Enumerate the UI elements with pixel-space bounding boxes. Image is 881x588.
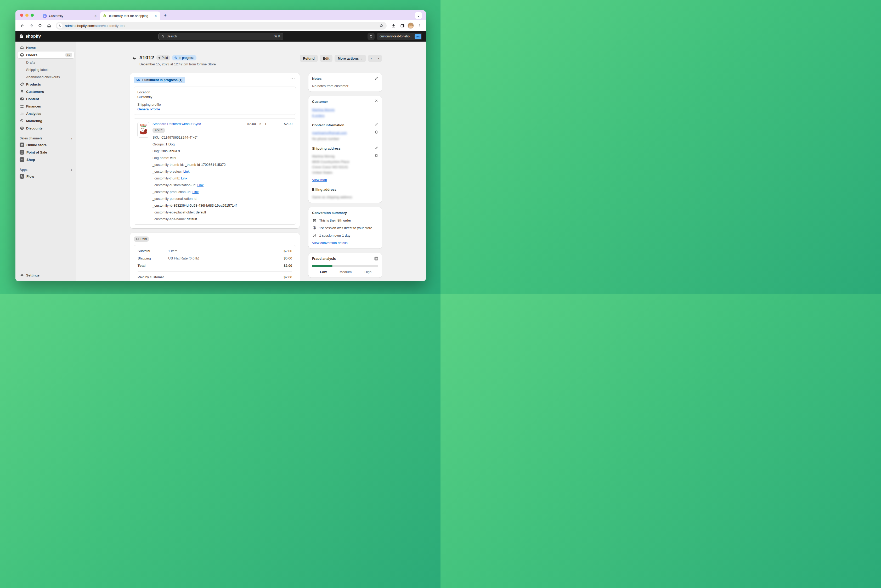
- customer-name-link-blurred[interactable]: Martina Morvig: [312, 108, 335, 112]
- sidebar-item-label: Content: [26, 97, 39, 101]
- sidebar-item-marketing[interactable]: Marketing: [18, 117, 74, 124]
- customer-phone-blurred: No phone number: [312, 137, 378, 141]
- sidebar-item-flow[interactable]: Flow: [18, 173, 74, 180]
- sidebar-item-orders[interactable]: Orders10: [18, 51, 74, 58]
- customers-icon: [20, 90, 24, 94]
- sku-line: SKU: C1149786518244-4"×6": [153, 135, 293, 140]
- admin-search-input[interactable]: Search ⌘ K: [158, 33, 283, 40]
- copy-email-clipboard-icon[interactable]: [375, 130, 378, 134]
- refund-button[interactable]: Refund: [300, 55, 318, 62]
- window-zoom-button[interactable]: [31, 14, 34, 17]
- property-link[interactable]: Link: [181, 176, 187, 180]
- product-thumbnail[interactable]: SaNtas HELPER: [137, 122, 149, 138]
- reload-icon[interactable]: [36, 22, 44, 29]
- card-overflow-menu-icon[interactable]: [290, 76, 296, 80]
- payment-row-label: Shipping: [138, 256, 168, 260]
- remove-customer-close-icon[interactable]: [375, 99, 378, 102]
- billing-address-section: Billing address Same as shipping address: [312, 188, 378, 199]
- sidebar-item-drafts[interactable]: Drafts: [18, 59, 74, 66]
- svg-text:HELPER: HELPER: [141, 126, 146, 128]
- new-tab-button[interactable]: +: [162, 12, 169, 19]
- site-settings-icon[interactable]: [57, 23, 63, 28]
- side-panel-icon[interactable]: [399, 22, 406, 29]
- sidebar-item-home[interactable]: Home: [18, 44, 74, 51]
- property-link[interactable]: Link: [183, 170, 190, 173]
- tab-search-chevron-button[interactable]: ⌄: [415, 12, 422, 19]
- view-conversion-details-link[interactable]: View conversion details: [312, 241, 348, 245]
- sidebar-item-online-store[interactable]: Online Store: [18, 141, 74, 148]
- edit-shipping-pencil-icon[interactable]: [374, 146, 378, 150]
- property-link[interactable]: Link: [197, 183, 204, 187]
- line-item-properties: Groups: 1 DogDog: Chihuahua 9Dog name: v…: [153, 142, 293, 221]
- sidebar-item-label: Marketing: [26, 119, 42, 123]
- sidebar-nav-main: HomeOrders10DraftsShipping labelsAbandon…: [18, 44, 74, 132]
- property-value: 1 Dog: [165, 142, 175, 146]
- payment-row-label: Total: [138, 264, 168, 268]
- line-item-property: Dog name: vitol: [153, 156, 293, 160]
- notifications-bell-icon[interactable]: [368, 33, 375, 40]
- line-item-property: _customily-production-url: Link: [153, 190, 293, 194]
- search-shortcut: ⌘ K: [274, 34, 280, 38]
- sidebar-item-analytics[interactable]: Analytics: [18, 110, 74, 117]
- notes-title: Notes: [312, 76, 378, 81]
- sidebar-item-customers[interactable]: Customers: [18, 88, 74, 95]
- sidebar-item-abandoned-checkouts[interactable]: Abandoned checkouts: [18, 74, 74, 80]
- bookmark-star-icon[interactable]: [379, 24, 383, 28]
- url-host: admin.shopify.com: [65, 24, 94, 28]
- window-minimize-button[interactable]: [26, 14, 29, 17]
- home-icon[interactable]: [45, 22, 53, 29]
- property-value: Chihuahua 9: [161, 149, 180, 153]
- fraud-list-icon[interactable]: [374, 256, 378, 261]
- window-close-button[interactable]: [20, 14, 23, 17]
- shopify-logo-text: shopify: [26, 34, 41, 39]
- sidebar-item-shipping-labels[interactable]: Shipping labels: [18, 66, 74, 73]
- sidebar-item-point-of-sale[interactable]: Point of Sale: [18, 149, 74, 156]
- order-date-line: December 15, 2023 at 12:42 pm from Onlin…: [140, 62, 216, 66]
- back-icon[interactable]: [19, 22, 26, 29]
- browser-tab[interactable]: customily-test-for-shopping×: [100, 12, 161, 20]
- forward-icon[interactable]: [27, 22, 35, 29]
- sidebar-item-settings[interactable]: Settings: [18, 272, 74, 279]
- sales-channels-header[interactable]: Sales channels ›: [18, 136, 74, 141]
- store-menu-button[interactable]: customily-test-for-sho... cus: [377, 33, 422, 40]
- shopify-logo[interactable]: shopify: [19, 34, 41, 39]
- location-value: Customily: [137, 95, 293, 99]
- payment-summary-box: Subtotal1 item$2.00ShippingUS Flat Rate …: [134, 245, 296, 281]
- url-bar[interactable]: admin.shopify.com/store/customily-test-: [56, 22, 387, 30]
- product-title-link[interactable]: Standard Postcard without Sync: [153, 122, 201, 126]
- edit-contact-pencil-icon[interactable]: [374, 123, 378, 127]
- customer-section: Customer Martina Morvig 8 orders: [312, 100, 378, 117]
- sidebar-item-label: Drafts: [26, 60, 35, 64]
- customer-email-link-blurred[interactable]: martinamv@gmail.com: [312, 131, 347, 135]
- sidebar-item-products[interactable]: Products: [18, 81, 74, 88]
- sidebar-item-discounts[interactable]: Discounts: [18, 125, 74, 132]
- edit-button[interactable]: Edit: [320, 55, 333, 62]
- browser-tab[interactable]: CCustomily×: [40, 12, 100, 20]
- contact-info-section: Contact information martinamv@gmail.com …: [312, 123, 378, 141]
- apps-header[interactable]: Apps ›: [18, 167, 74, 172]
- sidebar-item-shop[interactable]: SShop: [18, 156, 74, 163]
- tab-close-icon[interactable]: ×: [93, 14, 98, 18]
- property-label: Dog name:: [153, 156, 170, 160]
- tab-close-icon[interactable]: ×: [153, 14, 158, 18]
- browser-menu-kebab-icon[interactable]: [416, 22, 423, 29]
- shipping-address-section: Shipping address Martina Morvig8606 Coun…: [312, 147, 378, 182]
- next-order-button[interactable]: ›: [375, 56, 382, 60]
- edit-notes-pencil-icon[interactable]: [375, 76, 378, 80]
- more-actions-button[interactable]: More actions⌄: [335, 55, 366, 62]
- sidebar-item-content[interactable]: Content: [18, 96, 74, 102]
- line-item-property: _customily-eps-name: default: [153, 217, 293, 221]
- notes-empty-text: No notes from customer: [312, 84, 378, 88]
- order-header: #1012 Paid In progress December 15, 2023…: [130, 55, 382, 66]
- general-profile-link[interactable]: General Profile: [137, 107, 160, 111]
- sidebar-item-finances[interactable]: Finances: [18, 103, 74, 110]
- download-icon[interactable]: [390, 22, 397, 29]
- property-link[interactable]: Link: [192, 190, 198, 194]
- browser-profile-avatar[interactable]: [408, 22, 414, 29]
- view-map-link[interactable]: View map: [312, 178, 327, 182]
- search-icon: [161, 35, 165, 38]
- back-arrow-icon[interactable]: [131, 55, 138, 62]
- line-item-property: _customily-eps-placeholder: default: [153, 210, 293, 214]
- previous-order-button[interactable]: ‹: [368, 56, 375, 60]
- customer-orders-link-blurred[interactable]: 8 orders: [312, 114, 325, 117]
